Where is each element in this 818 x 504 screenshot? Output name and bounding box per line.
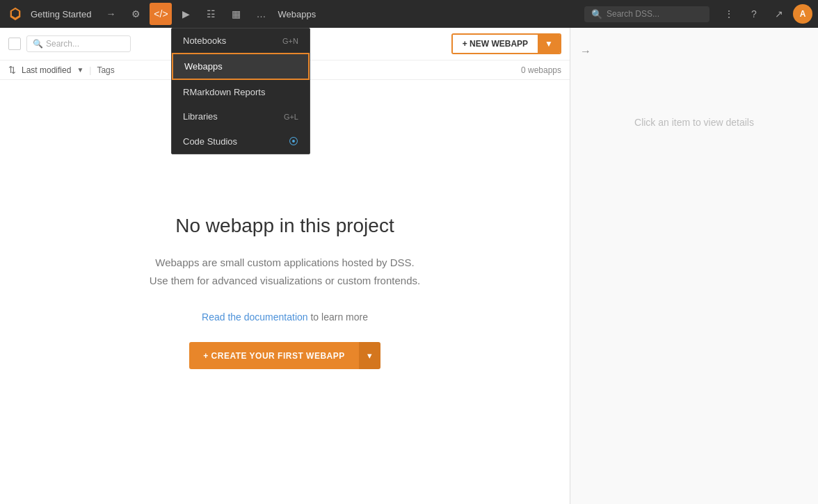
empty-title: No webapp in this project <box>175 215 394 237</box>
nav-icon-arrow[interactable]: → <box>99 3 122 25</box>
create-webapp-main-button[interactable]: + CREATE YOUR FIRST WEBAPP <box>189 342 359 369</box>
nav-icon-monitor[interactable]: ▦ <box>225 3 247 25</box>
search-icon: 🔍 <box>591 9 602 19</box>
libraries-shortcut: G+L <box>284 113 298 121</box>
new-webapp-button-group: + NEW WEBAPP ▼ <box>451 33 561 54</box>
vscode-icon: ⦿ <box>289 136 298 147</box>
dropdown-item-codestudios[interactable]: Code Studios ⦿ <box>172 129 310 154</box>
dropdown-item-label: Code Studios <box>183 136 237 147</box>
empty-description: Webapps are small custom applications ho… <box>150 254 420 289</box>
new-webapp-dropdown-button[interactable]: ▼ <box>538 35 560 53</box>
nav-help-icon[interactable]: ? <box>743 3 765 25</box>
nav-icon-play[interactable]: ▶ <box>175 3 197 25</box>
dropdown-item-label: Notebooks <box>183 35 226 46</box>
list-search-input[interactable] <box>46 39 125 49</box>
sort-last-modified[interactable]: Last modified <box>22 65 71 75</box>
webapps-count: 0 webapps <box>521 65 561 75</box>
nav-icon-code[interactable]: </> <box>150 3 172 25</box>
nav-analytics-icon[interactable]: ↗ <box>768 3 790 25</box>
dropdown-item-rmarkdown[interactable]: RMarkdown Reports <box>172 80 310 104</box>
search-input[interactable] <box>607 9 703 19</box>
dropdown-item-label: Libraries <box>183 111 218 122</box>
right-panel: → Click an item to view details <box>570 28 818 504</box>
click-hint-text: Click an item to view details <box>634 117 754 128</box>
doc-link-text: Read the documentation to learn more <box>202 311 368 323</box>
dropdown-item-label: Webapps <box>184 61 223 72</box>
dropdown-item-label: RMarkdown Reports <box>183 87 266 97</box>
nav-right-icons: ⋮ ? ↗ A <box>718 3 812 25</box>
nav-grid-icon[interactable]: ⋮ <box>718 3 740 25</box>
empty-desc-line1: Webapps are small custom applications ho… <box>155 257 414 268</box>
list-search: 🔍 <box>26 35 131 52</box>
search-bar: 🔍 <box>584 6 709 22</box>
doc-link-suffix: to learn more <box>308 311 368 323</box>
create-webapp-dropdown-button[interactable]: ▾ <box>359 342 380 369</box>
navbar: Getting Started → ⚙ </> ▶ ☷ ▦ … Webapps … <box>0 0 818 28</box>
nav-dropdown-menu: Notebooks G+N Webapps RMarkdown Reports … <box>171 28 310 154</box>
list-search-icon: 🔍 <box>33 39 43 49</box>
tags-label: Tags <box>97 65 114 75</box>
content-area: 🔍 + NEW WEBAPP ▼ ⇅ Last modified ▼ | Tag… <box>0 28 818 504</box>
nav-icon-table[interactable]: ☷ <box>200 3 222 25</box>
nav-icon-settings[interactable]: ⚙ <box>125 3 147 25</box>
collapse-panel-button[interactable]: → <box>576 42 595 61</box>
dropdown-item-notebooks[interactable]: Notebooks G+N <box>172 29 310 53</box>
nav-icon-more[interactable]: … <box>250 3 272 25</box>
project-name[interactable]: Getting Started <box>31 9 91 19</box>
doc-link[interactable]: Read the documentation <box>202 311 308 323</box>
sort-icon: ⇅ <box>8 65 16 75</box>
sort-dropdown-icon: ▼ <box>77 66 83 74</box>
select-all-checkbox[interactable] <box>8 38 21 50</box>
active-tab-label: Webapps <box>278 9 316 19</box>
empty-desc-line2: Use them for advanced visualizations or … <box>150 275 420 286</box>
create-webapp-button-group: + CREATE YOUR FIRST WEBAPP ▾ <box>189 342 380 369</box>
dropdown-item-libraries[interactable]: Libraries G+L <box>172 104 310 129</box>
create-btn-wrap: + CREATE YOUR FIRST WEBAPP ▾ <box>189 342 380 369</box>
notebooks-shortcut: G+N <box>282 37 298 45</box>
new-webapp-main-button[interactable]: + NEW WEBAPP <box>453 35 538 53</box>
app-logo <box>6 4 25 24</box>
user-avatar[interactable]: A <box>793 4 812 24</box>
dropdown-item-webapps[interactable]: Webapps <box>172 53 310 80</box>
